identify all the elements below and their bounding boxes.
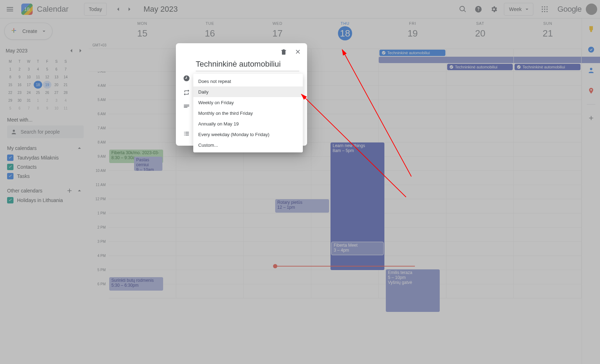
clock-icon <box>183 75 190 82</box>
recurrence-option[interactable]: Annually on May 19 <box>193 118 303 129</box>
list-icon <box>183 130 190 137</box>
task-title-input[interactable] <box>196 58 299 71</box>
recurrence-option[interactable]: Daily <box>193 86 303 97</box>
recurrence-option[interactable]: Every weekday (Monday to Friday) <box>193 129 303 140</box>
recurrence-option[interactable]: Monthly on the third Friday <box>193 108 303 118</box>
delete-button[interactable] <box>277 45 290 58</box>
recurrence-option[interactable]: Weekly on Friday <box>193 97 303 108</box>
repeat-icon <box>183 89 190 96</box>
recurrence-option[interactable]: Does not repeat <box>193 76 303 86</box>
close-button[interactable] <box>291 45 304 58</box>
description-icon <box>183 103 190 110</box>
recurrence-dropdown: Does not repeatDailyWeekly on FridayMont… <box>193 74 303 152</box>
recurrence-option[interactable]: Custom... <box>193 140 303 150</box>
